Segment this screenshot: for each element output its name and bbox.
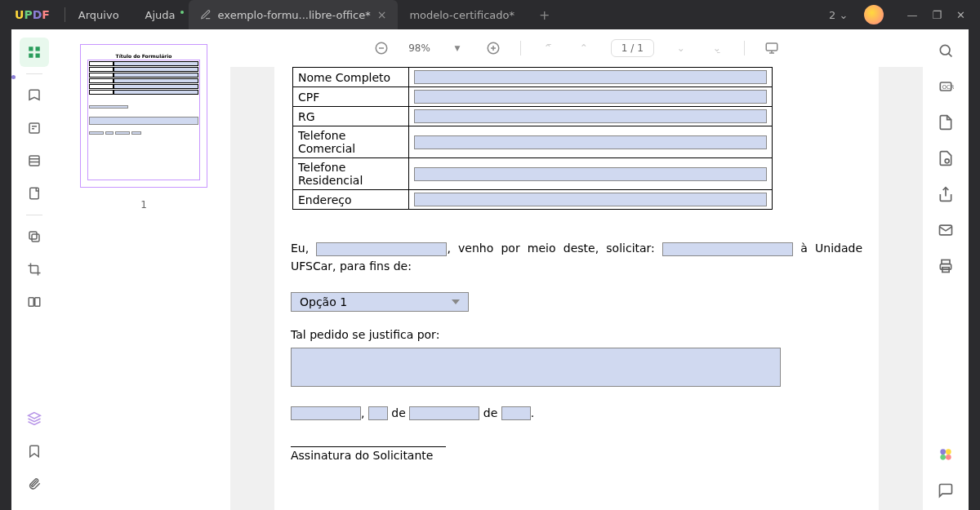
svg-rect-1 bbox=[36, 47, 40, 51]
table-row: Endereço bbox=[293, 190, 773, 210]
crop-tool[interactable] bbox=[20, 255, 49, 284]
endereco-input[interactable] bbox=[414, 193, 767, 206]
compare-tool[interactable] bbox=[20, 287, 49, 317]
copy-tool[interactable] bbox=[20, 222, 49, 251]
zoom-level: 98% bbox=[408, 42, 430, 54]
indicator-dot-icon bbox=[11, 75, 16, 79]
tel-com-input[interactable] bbox=[414, 135, 767, 149]
print-button[interactable] bbox=[938, 258, 954, 274]
svg-rect-7 bbox=[29, 156, 39, 166]
field-label-rg: RG bbox=[293, 107, 409, 126]
svg-rect-11 bbox=[32, 234, 39, 242]
export-button[interactable] bbox=[938, 114, 954, 131]
edit-icon bbox=[200, 9, 212, 20]
paragraph: Eu, , venho por meio deste, solicitar: à… bbox=[291, 239, 862, 276]
layers-bottom-tool[interactable] bbox=[20, 404, 49, 433]
tel-res-input[interactable] bbox=[414, 167, 767, 181]
text-comma: , bbox=[361, 406, 364, 419]
first-page-button[interactable]: ⌃̄ bbox=[539, 39, 557, 57]
field-label-telcom: Telefone Comercial bbox=[293, 126, 409, 158]
pdf-page: Nome Completo CPF RG Telefone Comercial … bbox=[274, 67, 879, 510]
opcao-dropdown[interactable]: Opção 1 bbox=[291, 292, 469, 312]
dia-input[interactable] bbox=[368, 406, 388, 420]
svg-line-25 bbox=[948, 53, 951, 56]
text-de1: de bbox=[391, 406, 406, 419]
cpf-input[interactable] bbox=[414, 90, 767, 104]
svg-rect-13 bbox=[29, 298, 33, 307]
app-logo: UPDF bbox=[0, 8, 65, 21]
thumbnails-button[interactable] bbox=[20, 38, 49, 67]
notification-dot-icon bbox=[180, 11, 184, 14]
notification-count[interactable]: 2 ⌄ bbox=[821, 9, 856, 21]
table-row: Telefone Residencial bbox=[293, 158, 773, 190]
close-icon[interactable]: × bbox=[377, 8, 387, 21]
new-tab-button[interactable]: + bbox=[526, 7, 563, 23]
bookmark-bottom-tool[interactable] bbox=[20, 437, 49, 466]
layers-tool[interactable] bbox=[20, 146, 49, 175]
divider bbox=[520, 41, 521, 55]
tab-inactive[interactable]: modelo-certificado* bbox=[398, 0, 526, 29]
field-label-cpf: CPF bbox=[293, 87, 409, 107]
table-row: Telefone Comercial bbox=[293, 126, 773, 158]
svg-point-35 bbox=[940, 455, 946, 460]
user-avatar[interactable] bbox=[864, 5, 884, 24]
table-row: CPF bbox=[293, 87, 773, 107]
text-eu: Eu, bbox=[291, 242, 309, 255]
presentation-button[interactable] bbox=[763, 39, 781, 57]
left-sidebar bbox=[11, 29, 57, 510]
menu-help[interactable]: Ajuda bbox=[132, 9, 189, 21]
workspace: Título do Formulário 1 98% ▼ bbox=[11, 29, 969, 510]
signature-label: Assinatura do Solicitante bbox=[291, 449, 862, 462]
page-indicator[interactable]: 1 / 1 bbox=[611, 39, 654, 57]
prev-page-button[interactable]: ⌃ bbox=[575, 39, 593, 57]
solicitacao-input[interactable] bbox=[662, 242, 793, 256]
protect-button[interactable] bbox=[938, 150, 954, 166]
document-view[interactable]: Nome Completo CPF RG Telefone Comercial … bbox=[230, 67, 923, 510]
ai-button[interactable] bbox=[938, 446, 954, 463]
titlebar: UPDF Arquivo Ajuda exemplo-formu...libre… bbox=[0, 0, 980, 29]
mes-input[interactable] bbox=[409, 406, 479, 420]
close-window-icon[interactable]: ✕ bbox=[956, 9, 965, 21]
svg-rect-3 bbox=[36, 54, 40, 58]
maximize-icon[interactable]: ❐ bbox=[932, 9, 942, 21]
zoom-dropdown[interactable]: ▼ bbox=[448, 39, 466, 57]
email-button[interactable] bbox=[938, 222, 954, 238]
pages-tool[interactable] bbox=[20, 179, 49, 208]
dropdown-selected: Opção 1 bbox=[300, 295, 347, 308]
rg-input[interactable] bbox=[414, 109, 767, 123]
cidade-input[interactable] bbox=[291, 406, 361, 420]
search-button[interactable] bbox=[938, 42, 954, 59]
zoom-in-button[interactable] bbox=[484, 39, 502, 57]
page-thumbnail[interactable]: Título do Formulário bbox=[80, 44, 207, 188]
field-label-telres: Telefone Residencial bbox=[293, 158, 409, 190]
next-page-button[interactable]: ⌄ bbox=[672, 39, 690, 57]
svg-rect-0 bbox=[29, 47, 33, 51]
nome-input[interactable] bbox=[414, 70, 767, 84]
svg-point-33 bbox=[940, 449, 946, 455]
bookmark-tool[interactable] bbox=[20, 81, 49, 110]
svg-rect-21 bbox=[766, 43, 777, 51]
ano-input[interactable] bbox=[501, 406, 531, 420]
svg-rect-14 bbox=[35, 298, 40, 307]
separator bbox=[26, 73, 42, 74]
share-button[interactable] bbox=[938, 186, 954, 202]
right-sidebar: OCR bbox=[923, 29, 969, 510]
last-page-button[interactable]: ⌄̱ bbox=[708, 39, 726, 57]
declarante-input[interactable] bbox=[316, 242, 447, 256]
attachment-tool[interactable] bbox=[20, 469, 49, 499]
tab-active-label: exemplo-formu...libre-office* bbox=[218, 9, 371, 21]
svg-point-24 bbox=[940, 45, 950, 55]
comment-button[interactable] bbox=[938, 482, 954, 499]
menu-file[interactable]: Arquivo bbox=[65, 9, 132, 21]
chevron-down-icon: ⌄ bbox=[840, 9, 849, 21]
minimize-icon[interactable]: — bbox=[906, 9, 917, 21]
annotation-tool[interactable] bbox=[20, 113, 49, 143]
field-label-endereco: Endereço bbox=[293, 190, 409, 210]
svg-point-28 bbox=[945, 159, 949, 163]
thumbnail-page-number: 1 bbox=[80, 199, 207, 211]
tab-active[interactable]: exemplo-formu...libre-office* × bbox=[189, 0, 399, 29]
svg-point-34 bbox=[946, 449, 951, 455]
justificativa-textarea[interactable] bbox=[291, 348, 781, 387]
zoom-out-button[interactable] bbox=[372, 39, 390, 57]
ocr-button[interactable]: OCR bbox=[938, 78, 954, 95]
